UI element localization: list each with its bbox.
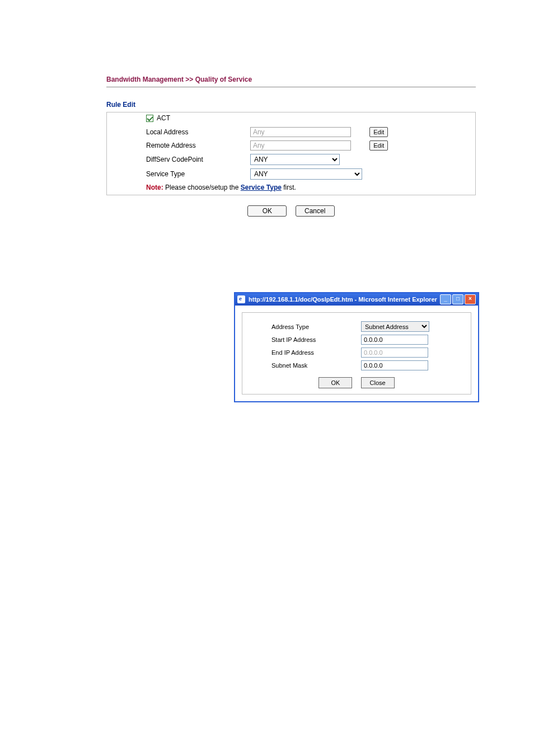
remote-address-input (250, 140, 351, 151)
remote-address-edit-button[interactable]: Edit (369, 140, 388, 151)
start-ip-input[interactable] (361, 335, 428, 345)
note-text-pre: Please choose/setup the (163, 184, 241, 191)
service-type-select[interactable]: ANY (250, 168, 362, 180)
subnet-mask-input[interactable] (361, 360, 428, 370)
popup-titlebar[interactable]: http://192.168.1.1/doc/QosIpEdt.htm - Mi… (235, 293, 478, 306)
remote-address-label: Remote Address (107, 139, 247, 152)
popup-title: http://192.168.1.1/doc/QosIpEdt.htm - Mi… (249, 296, 440, 303)
local-address-input (250, 127, 351, 137)
act-label: ACT (157, 114, 170, 122)
diffserv-label: DiffServ CodePoint (107, 152, 247, 167)
local-address-label: Local Address (107, 125, 247, 139)
close-icon[interactable]: × (465, 294, 476, 304)
ok-button[interactable]: OK (247, 205, 287, 217)
note-text-post: first. (282, 184, 296, 191)
diffserv-select[interactable]: ANY (250, 154, 340, 165)
popup-close-button[interactable]: Close (361, 377, 395, 388)
cancel-button[interactable]: Cancel (296, 205, 335, 217)
service-type-label: Service Type (107, 167, 247, 181)
local-address-edit-button[interactable]: Edit (369, 127, 388, 137)
maximize-icon[interactable]: □ (452, 294, 463, 304)
breadcrumb: Bandwidth Management >> Quality of Servi… (106, 76, 476, 87)
divider (106, 87, 476, 87)
section-title-rule-edit: Rule Edit (106, 101, 476, 109)
ip-edit-popup: http://192.168.1.1/doc/QosIpEdt.htm - Mi… (234, 292, 479, 402)
note-label: Note: (146, 184, 163, 191)
end-ip-label: End IP Address (249, 349, 361, 356)
ie-icon (237, 295, 245, 303)
service-type-link[interactable]: Service Type (241, 184, 282, 191)
rule-edit-form: ACT Local Address Edit Remote Address Ed… (106, 112, 476, 195)
address-type-select[interactable]: Subnet Address (361, 321, 429, 332)
address-type-label: Address Type (249, 323, 361, 330)
minimize-icon[interactable]: _ (440, 294, 451, 304)
popup-ok-button[interactable]: OK (318, 377, 352, 388)
start-ip-label: Start IP Address (249, 336, 361, 343)
act-checkbox[interactable] (146, 115, 153, 122)
end-ip-input (361, 348, 428, 358)
subnet-mask-label: Subnet Mask (249, 362, 361, 369)
